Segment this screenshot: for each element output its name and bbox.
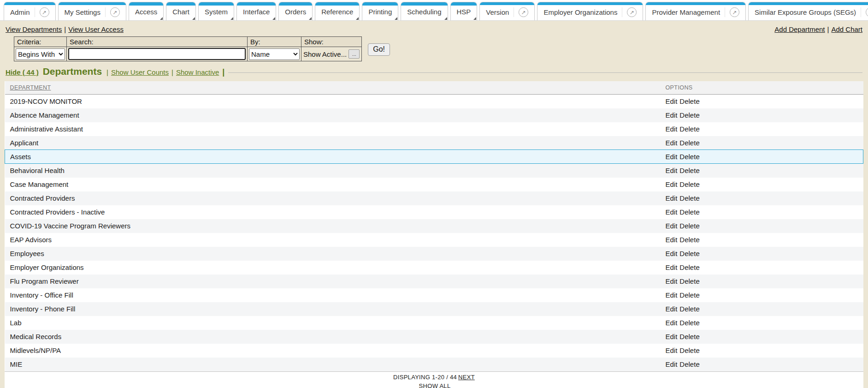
table-row[interactable]: Midlevels/NP/PAEditDelete [5,344,863,358]
delete-link[interactable]: Delete [679,277,699,285]
options-cell: EditDelete [661,247,863,261]
search-input[interactable] [68,48,246,60]
show-picker-button[interactable]: ... [348,49,360,59]
view-departments-link[interactable]: View Departments [6,25,62,33]
delete-link[interactable]: Delete [679,319,699,327]
edit-link[interactable]: Edit [666,153,678,161]
edit-link[interactable]: Edit [666,360,678,368]
external-link-icon[interactable]: ↗ [730,7,739,17]
table-row[interactable]: EmployeesEditDelete [5,247,863,261]
delete-link[interactable]: Delete [679,125,699,133]
table-row[interactable]: Inventory - Office FillEditDelete [5,288,863,302]
edit-link[interactable]: Edit [666,263,678,271]
delete-link[interactable]: Delete [679,250,699,257]
delete-link[interactable]: Delete [679,291,699,299]
show-user-counts-link[interactable]: Show User Counts [111,68,169,76]
options-cell: EditDelete [661,164,863,178]
edit-link[interactable]: Edit [666,333,678,340]
edit-link[interactable]: Edit [666,111,678,119]
table-row[interactable]: Contracted ProvidersEditDelete [5,191,863,205]
tab-interface[interactable]: Interface [236,2,276,20]
edit-link[interactable]: Edit [666,346,678,354]
edit-link[interactable]: Edit [666,291,678,299]
add-department-link[interactable]: Add Department [774,25,825,33]
edit-link[interactable]: Edit [666,194,678,202]
table-row[interactable]: Flu Program ReviewerEditDelete [5,275,863,288]
delete-link[interactable]: Delete [679,208,699,216]
delete-link[interactable]: Delete [679,153,699,161]
delete-link[interactable]: Delete [679,222,699,230]
table-row[interactable]: Behavioral HealthEditDelete [5,164,863,178]
table-row[interactable]: ApplicantEditDelete [5,136,863,150]
next-link[interactable]: NEXT [458,374,475,381]
table-row[interactable]: Case ManagementEditDelete [5,178,863,191]
delete-link[interactable]: Delete [679,111,699,119]
table-row[interactable]: Inventory - Phone FillEditDelete [5,302,863,316]
table-row[interactable]: LabEditDelete [5,316,863,330]
add-chart-link[interactable]: Add Chart [831,25,862,33]
by-select[interactable]: Name [249,48,300,60]
tab-my-settings[interactable]: My Settings↗ [58,2,126,20]
edit-link[interactable]: Edit [666,250,678,257]
department-sort-link[interactable]: DEPARTMENT [10,84,51,91]
tab-access[interactable]: Access [129,2,164,20]
delete-link[interactable]: Delete [679,305,699,313]
show-all-link[interactable]: SHOW ALL [419,382,451,388]
tab-admin[interactable]: Admin↗ [4,2,56,20]
tab-employer-organizations[interactable]: Employer Organizations↗ [537,2,643,20]
tab-system[interactable]: System [198,2,234,20]
external-link-icon[interactable]: ↗ [519,7,528,17]
edit-link[interactable]: Edit [666,180,678,188]
department-column-header[interactable]: DEPARTMENT [5,81,661,95]
external-link-icon[interactable]: ↗ [40,7,49,17]
table-row[interactable]: 2019-NCOV MONITOREditDelete [5,95,863,108]
table-row[interactable]: COVID-19 Vaccine Program ReviewersEditDe… [5,219,863,233]
tab-provider-management[interactable]: Provider Management↗ [645,2,746,20]
edit-link[interactable]: Edit [666,97,678,105]
delete-link[interactable]: Delete [679,333,699,340]
edit-link[interactable]: Edit [666,236,678,244]
delete-link[interactable]: Delete [679,236,699,244]
external-link-icon[interactable]: ↗ [110,7,120,17]
tab-version[interactable]: Version↗ [479,2,535,20]
edit-link[interactable]: Edit [666,319,678,327]
external-link-icon[interactable]: ↗ [627,7,637,17]
edit-link[interactable]: Edit [666,222,678,230]
table-row[interactable]: MIEEditDelete [5,358,863,371]
edit-link[interactable]: Edit [666,305,678,313]
external-link-icon[interactable]: ↗ [866,7,868,17]
table-row[interactable]: Absence ManagementEditDelete [5,108,863,122]
tab-reference[interactable]: Reference [315,2,360,20]
delete-link[interactable]: Delete [679,346,699,354]
delete-link[interactable]: Delete [679,194,699,202]
table-row[interactable]: Medical RecordsEditDelete [5,330,863,344]
criteria-select[interactable]: Begins With [16,48,65,60]
table-row[interactable]: AssetsEditDelete [5,150,863,164]
table-row[interactable]: Administrative AssistantEditDelete [5,122,863,136]
tab-scheduling[interactable]: Scheduling [401,2,448,20]
tab-hsp[interactable]: HSP [450,2,478,20]
edit-link[interactable]: Edit [666,139,678,147]
hide-link[interactable]: Hide ( 44 ) [6,68,39,76]
tab-similar-exposure-groups-segs[interactable]: Similar Exposure Groups (SEGs)↗ [748,2,868,20]
department-cell: Inventory - Phone Fill [5,302,661,316]
show-inactive-link[interactable]: Show Inactive [176,68,219,76]
tab-chart[interactable]: Chart [166,2,196,20]
view-user-access-link[interactable]: View User Access [68,25,124,33]
go-button[interactable]: Go! [368,43,390,56]
delete-link[interactable]: Delete [679,97,699,105]
tab-printing[interactable]: Printing [362,2,398,20]
delete-link[interactable]: Delete [679,167,699,174]
delete-link[interactable]: Delete [679,360,699,368]
table-row[interactable]: Contracted Providers - InactiveEditDelet… [5,205,863,219]
table-row[interactable]: EAP AdvisorsEditDelete [5,233,863,247]
edit-link[interactable]: Edit [666,167,678,174]
delete-link[interactable]: Delete [679,263,699,271]
edit-link[interactable]: Edit [666,208,678,216]
edit-link[interactable]: Edit [666,277,678,285]
table-row[interactable]: Employer OrganizationsEditDelete [5,261,863,275]
edit-link[interactable]: Edit [666,125,678,133]
delete-link[interactable]: Delete [679,180,699,188]
delete-link[interactable]: Delete [679,139,699,147]
tab-orders[interactable]: Orders [278,2,313,20]
